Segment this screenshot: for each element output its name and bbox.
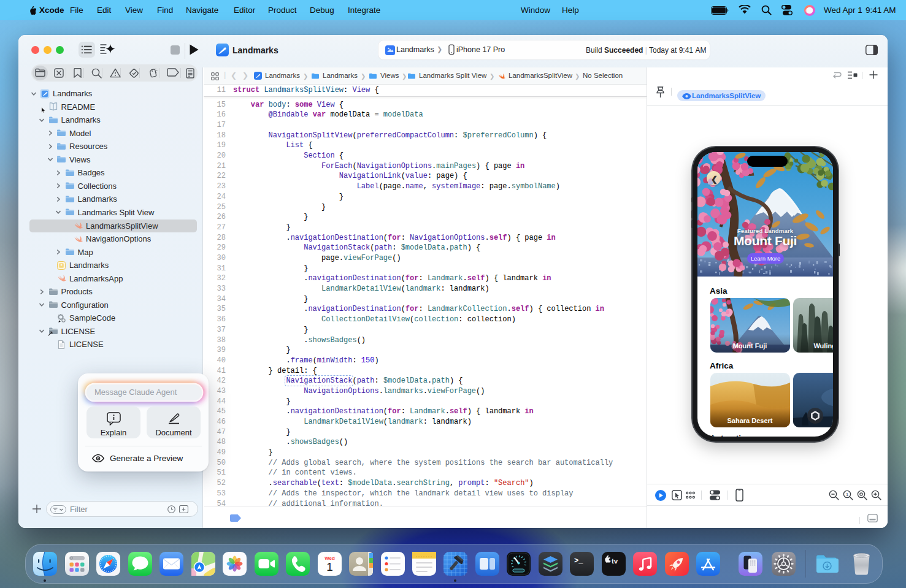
svg-text:1: 1 [326, 560, 333, 573]
svg-text:tv: tv [612, 557, 618, 565]
svg-text:>_: >_ [574, 557, 583, 565]
svg-text:1: 1 [846, 492, 848, 497]
